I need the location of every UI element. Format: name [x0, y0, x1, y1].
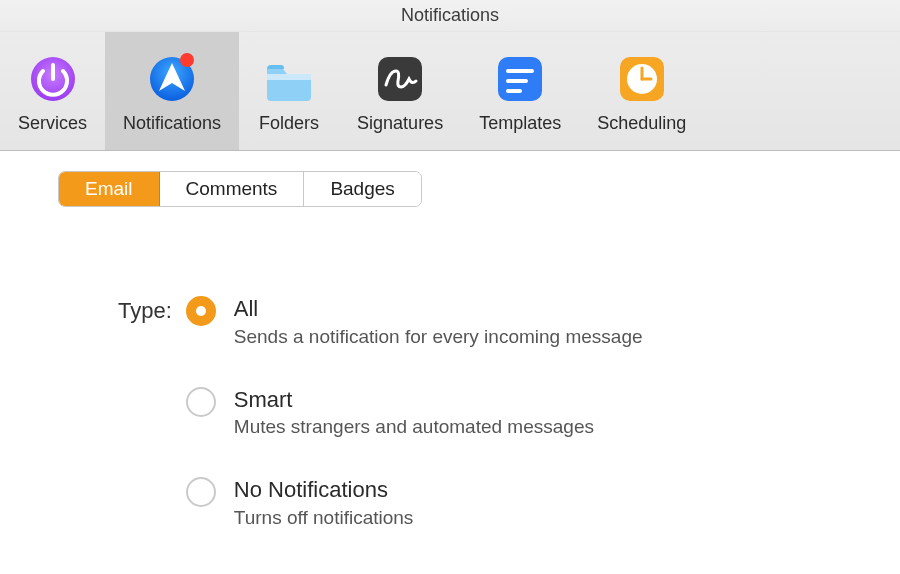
radio-button[interactable] [186, 387, 216, 417]
radio-button[interactable] [186, 477, 216, 507]
scheduling-icon [614, 51, 670, 107]
radio-button[interactable] [186, 296, 216, 326]
type-form: Type: All Sends a notification for every… [118, 295, 900, 529]
toolbar-item-services[interactable]: Services [0, 32, 105, 150]
toolbar-item-label: Folders [259, 113, 319, 135]
radio-desc: Mutes strangers and automated messages [234, 416, 594, 438]
toolbar-item-label: Signatures [357, 113, 443, 135]
radio-option-none[interactable]: No Notifications Turns off notifications [186, 476, 643, 529]
radio-title: No Notifications [234, 476, 414, 505]
notifications-icon [144, 51, 200, 107]
segmented-control: Email Comments Badges [58, 171, 422, 207]
toolbar-item-label: Scheduling [597, 113, 686, 135]
preferences-toolbar: Services Notifications [0, 32, 900, 151]
type-radio-group: All Sends a notification for every incom… [186, 295, 643, 529]
folders-icon [261, 51, 317, 107]
radio-text: All Sends a notification for every incom… [234, 295, 643, 348]
toolbar-item-signatures[interactable]: Signatures [339, 32, 461, 150]
toolbar-item-notifications[interactable]: Notifications [105, 32, 239, 150]
toolbar-item-scheduling[interactable]: Scheduling [579, 32, 704, 150]
toolbar-item-label: Notifications [123, 113, 221, 135]
type-label: Type: [118, 295, 172, 324]
toolbar-item-templates[interactable]: Templates [461, 32, 579, 150]
radio-text: No Notifications Turns off notifications [234, 476, 414, 529]
radio-desc: Sends a notification for every incoming … [234, 326, 643, 348]
svg-rect-3 [378, 57, 422, 101]
radio-option-all[interactable]: All Sends a notification for every incom… [186, 295, 643, 348]
window-title: Notifications [401, 5, 499, 26]
tab-email[interactable]: Email [59, 172, 160, 206]
radio-text: Smart Mutes strangers and automated mess… [234, 386, 594, 439]
window-titlebar: Notifications [0, 0, 900, 32]
content-area: Email Comments Badges Type: All Sends a … [0, 151, 900, 529]
tab-comments[interactable]: Comments [160, 172, 305, 206]
radio-desc: Turns off notifications [234, 507, 414, 529]
toolbar-item-label: Services [18, 113, 87, 135]
radio-title: Smart [234, 386, 594, 415]
services-icon [25, 51, 81, 107]
tab-badges[interactable]: Badges [304, 172, 420, 206]
signatures-icon [372, 51, 428, 107]
templates-icon [492, 51, 548, 107]
radio-option-smart[interactable]: Smart Mutes strangers and automated mess… [186, 386, 643, 439]
radio-title: All [234, 295, 643, 324]
toolbar-item-label: Templates [479, 113, 561, 135]
svg-rect-2 [267, 74, 311, 80]
toolbar-item-folders[interactable]: Folders [239, 32, 339, 150]
